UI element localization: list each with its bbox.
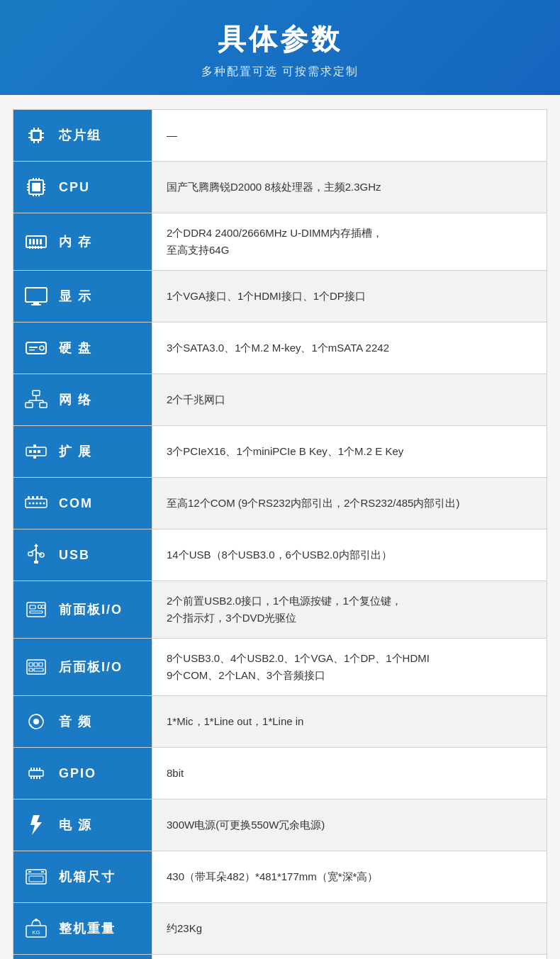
spec-name-gpio: GPIO xyxy=(59,766,96,781)
spec-name-hdd: 硬 盘 xyxy=(59,340,92,357)
spec-value-com: 至高12个COM (9个RS232内部引出，2个RS232/485内部引出) xyxy=(152,478,547,529)
svg-rect-18 xyxy=(33,178,34,180)
spec-label-com: COM xyxy=(13,478,152,529)
spec-row-com: COM 至高12个COM (9个RS232内部引出，2个RS232/485内部引… xyxy=(13,477,547,529)
spec-row-display: 显 示 1个VGA接口、1个HDMI接口、1个DP接口 xyxy=(13,270,547,323)
svg-text:KG: KG xyxy=(32,929,40,936)
spec-name-power: 电 源 xyxy=(59,817,92,834)
spec-label-network: 网 络 xyxy=(13,374,152,425)
spec-name-usb: USB xyxy=(59,548,90,563)
svg-rect-63 xyxy=(40,496,43,499)
svg-point-55 xyxy=(29,503,31,505)
spec-icon-com xyxy=(21,488,52,519)
svg-rect-41 xyxy=(33,391,40,396)
spec-value-gpio: 8bit xyxy=(152,748,547,799)
svg-rect-33 xyxy=(40,246,42,249)
svg-rect-16 xyxy=(43,186,45,188)
svg-rect-15 xyxy=(43,184,45,185)
svg-rect-30 xyxy=(32,246,33,249)
spec-name-chipset: 芯片组 xyxy=(59,127,101,144)
svg-rect-98 xyxy=(29,876,43,882)
svg-rect-71 xyxy=(27,602,45,617)
svg-rect-8 xyxy=(33,141,35,143)
spec-row-front-panel: 前面板I/O 2个前置USB2.0接口，1个电源按键，1个复位键，2个指示灯，3… xyxy=(13,581,547,639)
spec-row-network: 网 络 2个千兆网口 xyxy=(13,374,547,426)
spec-name-display: 显 示 xyxy=(59,288,92,305)
spec-name-memory: 内 存 xyxy=(59,233,92,250)
svg-rect-79 xyxy=(39,663,43,666)
svg-rect-14 xyxy=(27,189,29,191)
spec-value-hdd: 3个SATA3.0、1个M.2 M-key、1个mSATA 2242 xyxy=(152,323,547,374)
svg-rect-13 xyxy=(27,186,29,188)
svg-rect-53 xyxy=(33,456,36,459)
spec-label-os: 系统支持 xyxy=(13,955,152,959)
spec-row-cpu: CPU 国产飞腾腾锐D2000 8核处理器，主频2.3GHz xyxy=(13,161,547,213)
page-subtitle: 多种配置可选 可按需求定制 xyxy=(14,65,546,79)
spec-icon-cpu xyxy=(21,172,52,203)
svg-rect-32 xyxy=(38,246,39,249)
spec-label-cpu: CPU xyxy=(13,162,152,213)
svg-point-83 xyxy=(33,719,39,724)
spec-name-audio: 音 频 xyxy=(59,713,92,730)
svg-rect-61 xyxy=(32,496,34,499)
svg-rect-7 xyxy=(38,128,39,130)
spec-value-cpu: 国产飞腾腾锐D2000 8核处理器，主频2.3GHz xyxy=(152,162,547,213)
spec-icon-hdd xyxy=(21,332,52,364)
svg-rect-67 xyxy=(28,552,33,556)
spec-value-rear-panel: 8个USB3.0、4个USB2.0、1个VGA、1个DP、1个HDMI9个COM… xyxy=(152,639,547,695)
svg-rect-35 xyxy=(33,302,39,304)
spec-row-rear-panel: 后面板I/O 8个USB3.0、4个USB2.0、1个VGA、1个DP、1个HD… xyxy=(13,638,547,696)
svg-rect-70 xyxy=(34,561,38,563)
svg-rect-5 xyxy=(42,137,44,138)
spec-row-power: 电 源 300W电源(可更换550W冗余电源) xyxy=(13,799,547,851)
svg-rect-96 xyxy=(28,871,31,873)
svg-rect-2 xyxy=(28,133,30,134)
spec-row-expansion: 扩 展 3个PCIeX16、1个miniPCIe B Key、1个M.2 E K… xyxy=(13,425,547,478)
spec-value-os: 银河麒麟、统信UOS xyxy=(152,955,547,959)
svg-rect-34 xyxy=(26,288,47,302)
svg-rect-60 xyxy=(28,496,30,499)
spec-value-audio: 1*Mic，1*Line out，1*Line in xyxy=(152,696,547,747)
svg-rect-40 xyxy=(29,349,35,351)
spec-value-expansion: 3个PCIeX16、1个miniPCIe B Key、1个M.2 E Key xyxy=(152,426,547,477)
spec-name-chassis: 机箱尺寸 xyxy=(59,868,116,885)
svg-point-101 xyxy=(35,919,38,921)
spec-row-audio: 音 频 1*Mic，1*Line out，1*Line in xyxy=(13,695,547,748)
svg-rect-62 xyxy=(36,496,38,499)
svg-marker-93 xyxy=(30,815,42,835)
spec-icon-power xyxy=(21,809,52,841)
svg-rect-27 xyxy=(36,239,38,245)
spec-row-usb: USB 14个USB（8个USB3.0，6个USB2.0内部引出） xyxy=(13,529,547,581)
spec-value-weight: 约23Kg xyxy=(152,903,547,954)
svg-rect-12 xyxy=(27,184,29,185)
spec-row-weight: KG 整机重量 约23Kg xyxy=(13,902,547,955)
svg-rect-80 xyxy=(29,668,33,671)
spec-value-chipset: — xyxy=(152,110,547,161)
spec-icon-expansion xyxy=(21,436,52,467)
spec-value-memory: 2个DDR4 2400/2666MHz U-DIMM内存插槽，至高支持64G xyxy=(152,213,547,270)
spec-label-gpio: GPIO xyxy=(13,748,152,799)
svg-point-73 xyxy=(38,605,42,609)
svg-rect-4 xyxy=(42,133,44,134)
svg-rect-77 xyxy=(29,663,33,666)
spec-label-front-panel: 前面板I/O xyxy=(13,581,152,638)
spec-name-weight: 整机重量 xyxy=(59,920,116,937)
svg-rect-51 xyxy=(38,450,40,453)
svg-rect-43 xyxy=(40,403,47,408)
svg-rect-26 xyxy=(33,239,35,245)
spec-icon-usb xyxy=(21,539,52,571)
spec-value-display: 1个VGA接口、1个HDMI接口、1个DP接口 xyxy=(152,271,547,322)
spec-icon-network xyxy=(21,384,52,415)
page-header: 具体参数 多种配置可选 可按需求定制 xyxy=(0,0,560,95)
spec-value-power: 300W电源(可更换550W冗余电源) xyxy=(152,800,547,851)
spec-value-chassis: 430（带耳朵482）*481*177mm（宽*深*高） xyxy=(152,851,547,902)
svg-rect-6 xyxy=(33,128,35,130)
svg-marker-69 xyxy=(34,544,38,546)
svg-rect-28 xyxy=(40,239,42,245)
svg-rect-21 xyxy=(33,194,34,196)
svg-rect-72 xyxy=(30,605,35,609)
spec-label-usb: USB xyxy=(13,529,152,581)
svg-rect-25 xyxy=(29,239,31,245)
svg-rect-84 xyxy=(29,770,43,776)
svg-rect-3 xyxy=(28,137,30,138)
